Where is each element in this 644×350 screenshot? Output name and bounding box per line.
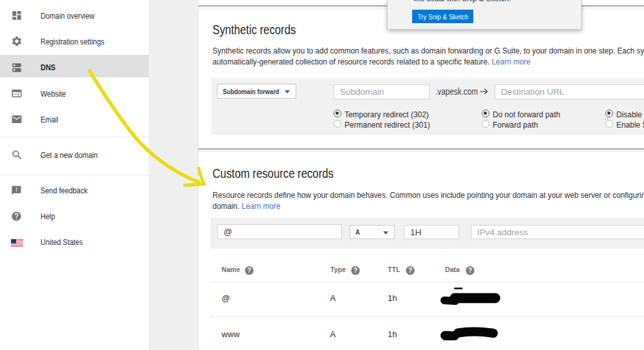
- svg-text:?: ?: [468, 267, 472, 274]
- svg-text:?: ?: [408, 267, 412, 274]
- svg-text:?: ?: [354, 267, 357, 274]
- svg-text:?: ?: [247, 267, 251, 274]
